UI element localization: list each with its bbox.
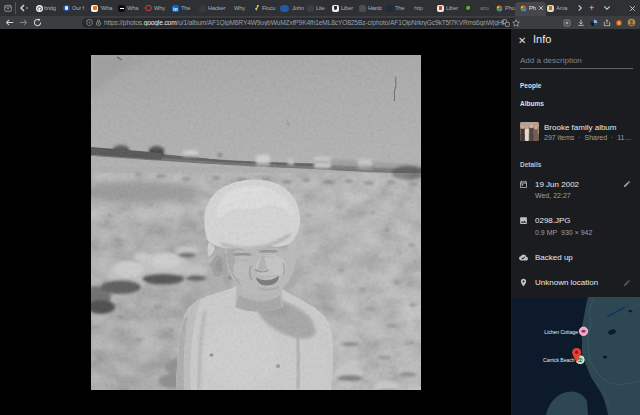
svg-text:Lichen Cottage: Lichen Cottage bbox=[544, 329, 578, 335]
svg-text:Carrick Beach: Carrick Beach bbox=[543, 357, 575, 363]
